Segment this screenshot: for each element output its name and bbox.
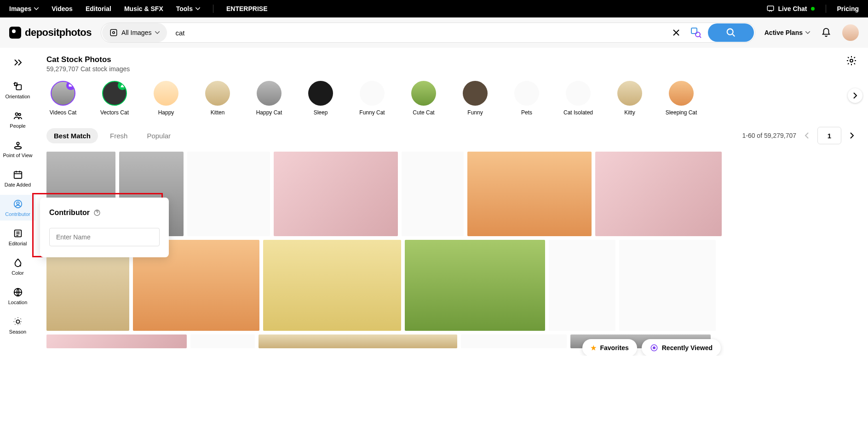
related-happy[interactable]: Happy [149,81,183,116]
svg-rect-1 [110,29,117,36]
logo[interactable]: depositphotos [9,27,92,39]
live-chat[interactable]: Live Chat [766,5,815,13]
gallery-image[interactable] [402,152,464,236]
svg-point-21 [653,347,655,349]
divider [826,5,826,13]
nav-tools[interactable]: Tools [176,5,200,12]
sort-fresh[interactable]: Fresh [103,128,135,143]
chevron-right-icon [850,132,854,139]
filter-location[interactable]: Location [0,283,35,309]
star-icon: ★ [591,344,597,351]
sort-best-match[interactable]: Best Match [46,128,98,143]
search-type-selector[interactable]: All Images [102,23,167,42]
related-vectors-cat[interactable]: Vectors Cat [98,81,131,116]
sort-popular[interactable]: Popular [139,128,178,143]
chat-icon [766,5,775,13]
nav-music[interactable]: Music & SFX [124,5,163,12]
related-videos-cat[interactable]: Videos Cat [46,81,80,116]
related-next-button[interactable] [848,88,862,103]
page-prev-button[interactable] [802,130,812,142]
search-bar: All Images [101,23,755,43]
svg-point-17 [850,59,853,62]
svg-rect-11 [14,172,22,179]
nav-enterprise[interactable]: ENTERPRISE [226,5,267,12]
nav-videos[interactable]: Videos [52,5,73,12]
notifications-button[interactable] [821,28,831,38]
favorites-button[interactable]: ★ Favorites [582,339,637,356]
color-icon [13,258,23,268]
sidebar-expand-button[interactable] [10,55,26,70]
search-input[interactable] [168,29,667,37]
svg-point-16 [16,320,19,323]
status-dot-icon [811,7,815,11]
recently-viewed-button[interactable]: Recently Viewed [642,339,721,356]
chevron-left-icon [805,132,809,139]
filter-people[interactable]: People [0,107,35,132]
page-input[interactable] [817,127,841,144]
double-chevron-right-icon [13,59,23,66]
user-avatar[interactable] [842,24,859,41]
active-plans[interactable]: Active Plans [765,29,810,36]
bell-icon [821,28,831,38]
related-kitten[interactable]: Kitten [201,81,234,116]
image-icon [109,28,118,37]
season-icon [13,317,23,327]
contributor-icon [13,199,23,209]
filter-editorial[interactable]: Editorial [0,224,35,250]
gallery-image[interactable] [467,152,592,236]
clear-search-button[interactable] [667,29,685,36]
related-sleep[interactable]: Sleep [304,81,337,116]
filter-sidebar: Orientation People Point of View Date Ad… [0,48,35,356]
gallery-image[interactable] [549,240,615,331]
svg-point-4 [696,32,700,37]
search-button[interactable] [708,23,754,42]
calendar-icon [13,170,23,180]
pagination: 1-60 of 59,279,707 [742,127,857,144]
gallery-image[interactable] [595,152,722,236]
camera-icon [68,83,74,88]
view-settings-button[interactable] [846,55,857,66]
image-search-icon [690,27,701,38]
related-pets[interactable]: Pets [510,81,543,116]
filter-orientation[interactable]: Orientation [0,77,35,103]
nav-editorial[interactable]: Editorial [86,5,111,12]
related-cat-isolated[interactable]: Cat Isolated [562,81,595,116]
related-searches: Videos Cat Vectors Cat Happy Kitten Happ… [46,81,857,116]
gallery-image[interactable] [263,240,401,331]
gallery-image[interactable] [187,152,270,236]
filter-pov[interactable]: Point of View [0,136,35,162]
orientation-icon [13,81,23,91]
gallery-image[interactable] [190,334,255,348]
svg-rect-0 [767,6,774,11]
eye-icon [650,344,658,352]
related-happy-cat[interactable]: Happy Cat [253,81,286,116]
filter-date-added[interactable]: Date Added [0,165,35,191]
gallery-image[interactable] [274,152,398,236]
popout-title: Contributor [49,209,90,217]
gallery-image[interactable] [405,240,545,331]
filter-color[interactable]: Color [0,254,35,279]
svg-point-13 [17,202,19,204]
chevron-down-icon [155,31,160,34]
related-funny-cat[interactable]: Funny Cat [356,81,389,116]
nav-pricing[interactable]: Pricing [837,5,859,12]
gallery-image[interactable] [259,334,457,348]
related-funny[interactable]: Funny [459,81,492,116]
related-kitty[interactable]: Kitty [613,81,646,116]
pov-icon [13,140,23,150]
svg-point-10 [14,147,21,149]
help-icon[interactable] [93,209,101,216]
related-sleeping-cat[interactable]: Sleeping Cat [665,81,698,116]
page-next-button[interactable] [847,130,857,142]
contributor-name-input[interactable] [49,228,160,246]
filter-season[interactable]: Season [0,312,35,338]
gallery-image[interactable] [461,334,567,348]
gallery-image[interactable] [46,334,187,348]
filter-contributor[interactable]: Contributor [0,195,35,221]
gallery-image[interactable] [619,240,716,331]
chevron-down-icon [34,7,39,10]
related-cute-cat[interactable]: Cute Cat [407,81,440,116]
nav-images[interactable]: Images [9,5,39,12]
page-title: Cat Stock Photos [46,55,130,64]
visual-search-button[interactable] [685,27,707,38]
